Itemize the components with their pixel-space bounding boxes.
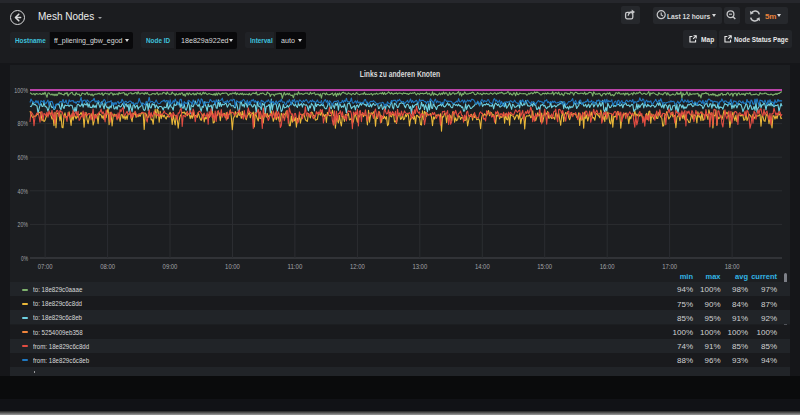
svg-text:100%: 100% <box>14 86 28 95</box>
svg-text:60%: 60% <box>18 153 29 162</box>
svg-text:20%: 20% <box>18 220 29 229</box>
svg-text:40%: 40% <box>18 187 29 196</box>
svg-text:80%: 80% <box>18 119 29 128</box>
svg-text:0%: 0% <box>21 254 28 263</box>
